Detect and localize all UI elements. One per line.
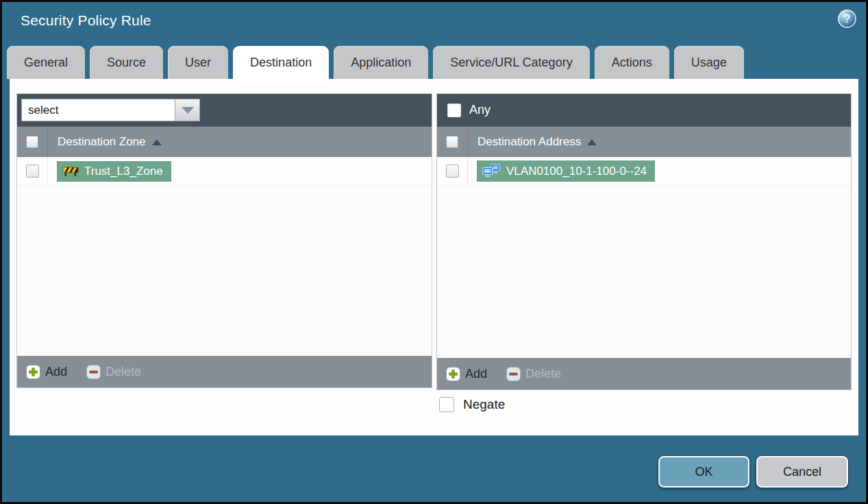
address-select-all-cell <box>437 127 468 157</box>
network-address-icon <box>482 164 501 178</box>
delete-icon <box>86 365 101 379</box>
tab-actions[interactable]: Actions <box>595 46 669 79</box>
chevron-down-icon <box>182 107 194 114</box>
tab-destination[interactable]: Destination <box>233 46 329 84</box>
zone-row-checkbox[interactable] <box>26 165 39 178</box>
add-icon <box>446 367 460 381</box>
delete-icon <box>506 367 521 381</box>
zone-table-body: Trust_L3_Zone <box>17 157 432 356</box>
destination-tab-content: select Destination Zone <box>10 79 858 435</box>
zone-delete-button[interactable]: Delete <box>86 365 141 379</box>
table-row[interactable]: VLAN0100_10-1-100-0--24 <box>437 157 851 186</box>
address-delete-button[interactable]: Delete <box>506 367 561 381</box>
address-table-header: Destination Address <box>437 127 851 157</box>
negate-label: Negate <box>463 397 505 412</box>
zone-row-checkbox-cell <box>17 157 48 185</box>
address-table-body: VLAN0100_10-1-100-0--24 <box>437 157 851 358</box>
zone-delete-label: Delete <box>106 365 141 379</box>
security-policy-rule-dialog: { "window": { "title": "Security Policy … <box>0 0 868 504</box>
zone-filter-dropdown-button[interactable] <box>175 99 200 121</box>
zone-add-label: Add <box>45 365 67 379</box>
zone-table-header: Destination Zone <box>17 127 432 157</box>
zone-panel-toolbar: select <box>17 94 432 127</box>
tab-user[interactable]: User <box>168 46 228 79</box>
zone-chip[interactable]: Trust_L3_Zone <box>57 161 171 182</box>
zone-filter-combo: select <box>21 99 200 121</box>
any-checkbox[interactable] <box>447 104 461 117</box>
address-column-header[interactable]: Destination Address <box>468 127 597 157</box>
zone-select-all-checkbox[interactable] <box>26 136 38 148</box>
sort-asc-icon <box>152 139 162 145</box>
address-select-all-checkbox[interactable] <box>446 136 458 148</box>
address-row-checkbox-cell <box>437 157 468 185</box>
address-add-label: Add <box>465 367 487 381</box>
sort-asc-icon <box>587 139 597 145</box>
zone-add-button[interactable]: Add <box>26 365 67 379</box>
tab-usage[interactable]: Usage <box>674 46 744 79</box>
zone-filter-input[interactable]: select <box>21 99 175 121</box>
zone-select-all-cell <box>17 127 48 157</box>
tab-service-url-category[interactable]: Service/URL Category <box>433 46 589 79</box>
zone-column-header[interactable]: Destination Zone <box>48 127 162 157</box>
address-add-button[interactable]: Add <box>446 367 487 381</box>
zone-column-label: Destination Zone <box>58 135 146 149</box>
add-icon <box>26 365 40 379</box>
negate-checkbox[interactable] <box>439 397 454 412</box>
help-icon[interactable]: ? <box>838 10 856 28</box>
zone-row-label: Trust_L3_Zone <box>84 165 163 178</box>
zone-icon <box>62 165 79 177</box>
cancel-button[interactable]: Cancel <box>756 456 848 488</box>
tab-bar: General Source User Destination Applicat… <box>7 46 744 84</box>
address-column-label: Destination Address <box>478 135 581 149</box>
address-row-label: VLAN0100_10-1-100-0--24 <box>506 165 647 178</box>
dialog-title: Security Policy Rule <box>21 12 151 29</box>
destination-zone-panel: select Destination Zone <box>16 93 432 388</box>
address-delete-label: Delete <box>525 367 561 381</box>
ok-button[interactable]: OK <box>658 456 749 488</box>
tab-source[interactable]: Source <box>90 46 163 79</box>
address-chip[interactable]: VLAN0100_10-1-100-0--24 <box>477 160 655 182</box>
zone-panel-footer: Add Delete <box>17 356 432 387</box>
destination-address-panel: Any Destination Address <box>436 93 852 390</box>
address-row-checkbox[interactable] <box>446 165 459 178</box>
address-panel-footer: Add Delete <box>437 358 851 389</box>
any-label: Any <box>469 103 491 117</box>
table-row[interactable]: Trust_L3_Zone <box>17 157 432 186</box>
address-panel-toolbar: Any <box>437 94 851 127</box>
tab-application[interactable]: Application <box>334 46 428 79</box>
negate-row: Negate <box>439 397 505 412</box>
tab-general[interactable]: General <box>7 46 85 79</box>
